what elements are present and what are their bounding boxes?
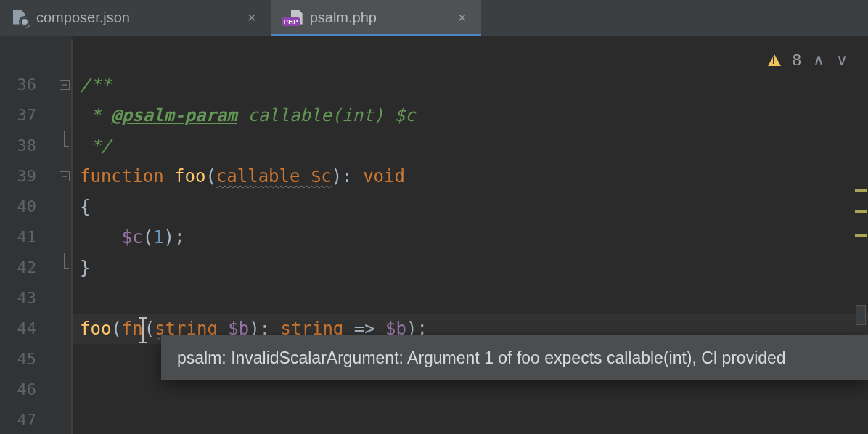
line-number: 46 [0,374,71,405]
line-number: 37 [0,100,71,131]
code-line[interactable] [71,39,868,70]
code-line[interactable] [71,283,868,314]
php-file-icon: PHP [284,10,303,26]
code-line[interactable]: $c(1); [71,222,868,253]
code-line[interactable]: function foo(callable $c): void [71,161,868,192]
tab-composer-json[interactable]: composer.json × [0,0,271,36]
code-line[interactable] [71,405,868,434]
fold-toggle-icon[interactable] [60,80,70,90]
close-icon[interactable]: × [246,9,258,26]
line-number: 44 [0,314,71,344]
warning-marker[interactable] [855,189,867,192]
tooltip-text: psalm: InvalidScalarArgument: Argument 1… [177,348,786,367]
code-line[interactable]: /** [71,70,868,100]
line-number: 40 [0,192,71,222]
line-number: 45 [0,344,71,374]
close-icon[interactable]: × [456,9,468,26]
code-line[interactable]: * @psalm-param callable(int) $c [71,100,868,131]
warning-marker[interactable] [855,210,867,213]
editor-tabs: composer.json × PHP psalm.php × [0,0,868,36]
line-number: 43 [0,283,71,314]
code-line[interactable]: */ [71,131,868,161]
code-line[interactable]: } [71,253,868,283]
line-number: 36 [0,70,71,100]
tab-label: composer.json [36,9,130,26]
line-number: 41 [0,222,71,253]
tab-label: psalm.php [310,9,377,26]
tab-psalm-php[interactable]: PHP psalm.php × [271,0,481,36]
line-number: 38 [0,131,71,161]
warning-icon [768,54,781,66]
inspections-widget[interactable]: 8 ∧ ∨ [768,51,848,70]
line-number: 42 [0,253,71,283]
code-line[interactable]: { [71,192,868,222]
warning-count: 8 [793,51,801,70]
chevron-up-icon[interactable]: ∧ [813,51,824,70]
line-number: 39 [0,161,71,192]
scroll-thumb[interactable] [856,305,866,325]
warning-marker[interactable] [855,234,867,237]
json-file-icon [13,10,29,26]
fold-end-icon [60,141,70,151]
error-tooltip: psalm: InvalidScalarArgument: Argument 1… [161,335,868,380]
fold-end-icon [60,263,70,273]
fold-toggle-icon[interactable] [60,171,70,181]
line-number [0,39,71,70]
gutter: 36 37 38 39 40 41 42 43 44 45 46 47 [0,36,71,434]
line-number: 47 [0,405,71,434]
chevron-down-icon[interactable]: ∨ [836,51,848,70]
